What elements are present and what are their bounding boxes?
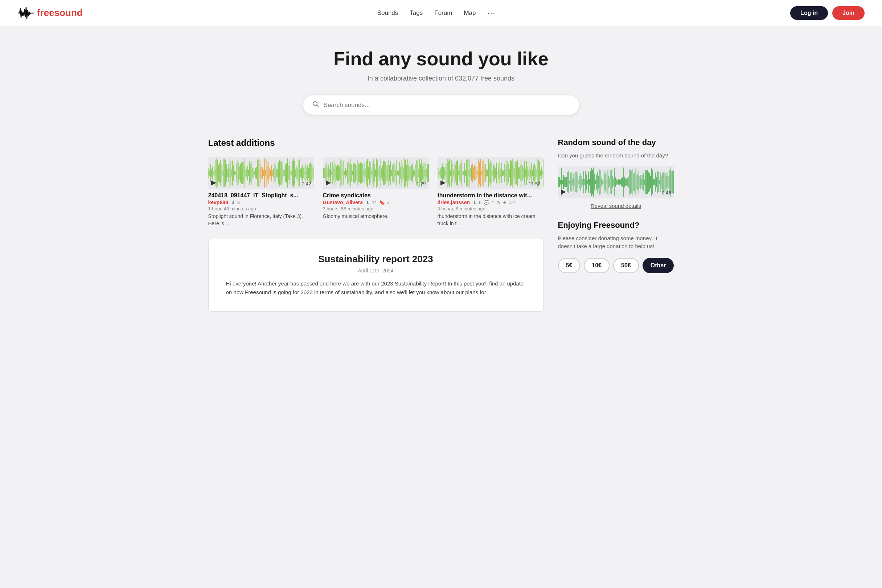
svg-rect-232	[420, 164, 421, 182]
svg-rect-72	[270, 170, 271, 176]
svg-rect-140	[339, 166, 340, 180]
svg-rect-346	[530, 166, 530, 180]
join-button[interactable]: Join	[832, 6, 865, 20]
svg-rect-380	[575, 172, 576, 192]
svg-rect-362	[558, 177, 559, 187]
waveform-1[interactable]: ▶ 2:42	[208, 157, 314, 189]
svg-rect-153	[350, 159, 351, 188]
svg-rect-152	[350, 164, 350, 183]
svg-rect-259	[452, 169, 453, 177]
login-button[interactable]: Log in	[790, 6, 828, 20]
svg-rect-432	[626, 178, 627, 186]
svg-rect-69	[267, 166, 268, 180]
sound-author-3[interactable]: dries.janssen	[438, 200, 470, 205]
svg-rect-47	[248, 170, 249, 176]
svg-rect-243	[438, 166, 439, 180]
svg-rect-415	[609, 177, 610, 186]
svg-rect-270	[462, 171, 463, 176]
svg-rect-449	[642, 175, 643, 189]
random-play-button[interactable]: ▶	[561, 188, 566, 195]
svg-rect-17	[221, 171, 222, 176]
logo[interactable]: freesound	[17, 6, 83, 20]
svg-rect-456	[649, 172, 650, 191]
svg-rect-62	[261, 167, 262, 179]
svg-rect-289	[479, 162, 480, 183]
play-button-1[interactable]: ▶	[211, 178, 216, 186]
svg-rect-343	[527, 166, 528, 180]
donate-50-button[interactable]: 50€	[613, 258, 639, 273]
svg-rect-207	[398, 170, 399, 176]
svg-rect-410	[604, 174, 605, 190]
comment-count-3: 1	[492, 200, 494, 205]
svg-rect-463	[656, 177, 656, 187]
svg-rect-87	[284, 170, 284, 176]
svg-rect-461	[654, 178, 654, 185]
svg-rect-187	[380, 159, 381, 187]
svg-rect-79	[276, 169, 277, 177]
nav-sounds[interactable]: Sounds	[377, 9, 398, 16]
svg-rect-349	[532, 170, 532, 176]
svg-rect-258	[452, 164, 452, 182]
svg-rect-179	[374, 159, 374, 187]
svg-rect-81	[278, 162, 279, 183]
svg-rect-121	[314, 166, 314, 180]
svg-rect-333	[518, 167, 519, 178]
svg-rect-174	[369, 161, 370, 185]
sound-author-2[interactable]: Gustavo_Alivera	[323, 200, 363, 205]
svg-rect-316	[503, 171, 504, 176]
svg-rect-376	[572, 179, 572, 184]
svg-rect-178	[372, 162, 373, 184]
search-input[interactable]	[324, 102, 570, 109]
svg-rect-154	[351, 164, 352, 182]
sound-time-1: 1 hour, 48 minutes ago	[208, 206, 314, 212]
svg-rect-418	[612, 176, 613, 188]
svg-rect-177	[372, 168, 372, 178]
svg-rect-16	[220, 164, 221, 183]
play-button-2[interactable]: ▶	[326, 178, 331, 186]
svg-rect-305	[493, 164, 494, 182]
svg-rect-279	[470, 168, 471, 178]
sound-author-1[interactable]: kevp888	[208, 200, 228, 205]
sound-desc-2: Gloomy musical atmosphere.	[323, 213, 429, 220]
svg-rect-448	[641, 179, 642, 184]
reveal-sound-button[interactable]: Reveal sound details	[558, 203, 674, 209]
donate-title: Enjoying Freesound?	[558, 220, 674, 230]
sound-title-1: 240418_091447_IT_Stoplight_s...	[208, 192, 314, 199]
svg-rect-332	[517, 160, 518, 186]
svg-rect-368	[564, 177, 564, 187]
nav-tags[interactable]: Tags	[410, 9, 423, 16]
donate-5-button[interactable]: 5€	[558, 258, 580, 273]
svg-rect-427	[621, 178, 621, 186]
nav-more-button[interactable]: ···	[487, 9, 496, 16]
svg-rect-104	[298, 160, 299, 186]
donate-10-button[interactable]: 10€	[584, 258, 609, 273]
svg-rect-263	[456, 161, 457, 185]
nav-forum[interactable]: Forum	[434, 9, 452, 16]
donate-other-button[interactable]: Other	[642, 258, 674, 273]
svg-rect-453	[646, 170, 647, 194]
waveform-3[interactable]: ▶ 11:52	[438, 157, 543, 189]
waveform-2[interactable]: ▶ 1:29	[323, 157, 429, 189]
svg-rect-268	[460, 162, 461, 184]
svg-rect-39	[241, 162, 242, 184]
svg-rect-283	[474, 165, 474, 182]
svg-rect-238	[425, 162, 426, 183]
svg-rect-158	[355, 164, 356, 182]
svg-rect-412	[606, 180, 607, 184]
play-button-3[interactable]: ▶	[441, 178, 446, 186]
svg-rect-63	[262, 167, 262, 178]
svg-rect-264	[457, 160, 458, 186]
svg-rect-210	[400, 160, 401, 186]
svg-rect-334	[519, 167, 519, 179]
svg-rect-237	[424, 163, 425, 183]
svg-rect-216	[406, 165, 407, 181]
svg-rect-363	[559, 177, 560, 187]
svg-rect-298	[487, 170, 488, 176]
sound-meta-2: Gustavo_Alivera ⬇ 11 🔖 ℹ	[323, 200, 429, 205]
svg-rect-286	[476, 166, 477, 179]
svg-rect-455	[648, 172, 649, 192]
svg-rect-66	[265, 170, 266, 176]
random-waveform[interactable]: ▶ 0:45	[558, 166, 674, 198]
nav-map[interactable]: Map	[464, 9, 476, 16]
svg-rect-28	[231, 170, 232, 176]
